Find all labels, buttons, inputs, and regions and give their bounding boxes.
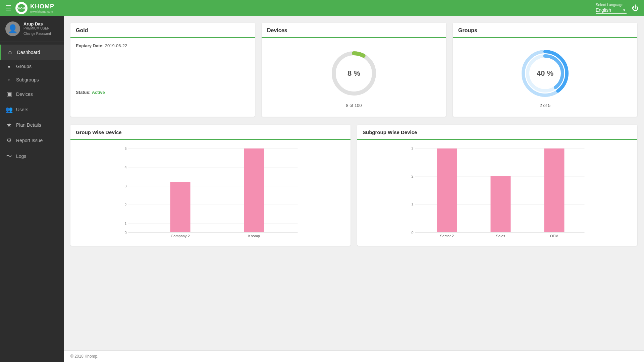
dashboard-icon: ⌂ bbox=[6, 49, 14, 56]
devices-donut-container: 8 % 8 of 100 bbox=[267, 43, 441, 111]
status-label: Status: bbox=[76, 90, 91, 95]
change-password-link[interactable]: Change Password bbox=[23, 32, 51, 36]
hamburger-icon[interactable]: ☰ bbox=[5, 4, 11, 12]
avatar-icon: 👤 bbox=[8, 24, 18, 34]
bar-khomp bbox=[244, 148, 264, 232]
svg-text:0: 0 bbox=[124, 231, 126, 235]
lang-wrapper: English Portuguese Spanish bbox=[596, 7, 627, 14]
svg-text:4: 4 bbox=[124, 165, 126, 169]
svg-text:Khomp: Khomp bbox=[248, 234, 260, 238]
group-wise-chart-card: Group Wise Device 5 4 3 2 1 0 bbox=[70, 125, 351, 246]
gold-card-title: Gold bbox=[76, 27, 88, 33]
logo-name: KHOMP bbox=[30, 3, 54, 10]
expiry-date: Expiary Date: 2019-06-22 bbox=[76, 43, 250, 48]
plan-details-icon: ★ bbox=[5, 121, 13, 129]
subgroup-wise-chart-body: 3 2 1 0 Sector 2 bbox=[357, 140, 637, 246]
gold-card-body: Expiary Date: 2019-06-22 Status: Active bbox=[70, 38, 255, 100]
sidebar-item-users[interactable]: 👥 Users bbox=[0, 102, 64, 117]
bar-oem bbox=[544, 148, 565, 232]
svg-text:5: 5 bbox=[124, 146, 126, 150]
logo-sub: www.khomp.com bbox=[30, 10, 54, 13]
topbar-left: ☰ KHOMP KHOMP www.khomp.com bbox=[5, 2, 54, 14]
power-button[interactable]: ⏻ bbox=[632, 4, 639, 12]
khomp-logo-icon: KHOMP bbox=[17, 3, 26, 13]
sidebar-item-logs[interactable]: 〜 Logs bbox=[0, 148, 64, 164]
devices-card-title: Devices bbox=[267, 27, 287, 33]
footer: © 2018 Khomp. bbox=[64, 350, 644, 362]
language-selector[interactable]: Select Language English Portuguese Spani… bbox=[596, 3, 627, 14]
sidebar-label-logs: Logs bbox=[16, 154, 26, 159]
language-dropdown[interactable]: English Portuguese Spanish bbox=[596, 7, 627, 14]
user-role: PREMIUM USER bbox=[23, 26, 51, 30]
subgroup-wise-chart-card: Subgroup Wise Device 3 2 1 0 bbox=[357, 125, 637, 246]
bar-sales bbox=[491, 176, 511, 232]
footer-text: © 2018 Khomp. bbox=[70, 354, 99, 359]
topbar-right: Select Language English Portuguese Spani… bbox=[596, 3, 639, 14]
users-icon: 👥 bbox=[5, 106, 13, 113]
sidebar-label-subgroups: Subgroups bbox=[16, 77, 39, 82]
groups-donut-container: 40 % 2 of 5 bbox=[458, 43, 632, 111]
devices-card-body: 8 % 8 of 100 bbox=[262, 38, 446, 117]
group-wise-chart-body: 5 4 3 2 1 0 bbox=[70, 140, 351, 246]
devices-donut-wrapper: 8 % bbox=[327, 47, 381, 100]
sidebar-item-subgroups[interactable]: ○ Subgroups bbox=[0, 73, 64, 86]
groups-card: Groups bbox=[453, 23, 637, 117]
sidebar-item-groups[interactable]: ● Groups bbox=[0, 60, 64, 73]
logo-text-block: KHOMP www.khomp.com bbox=[30, 3, 54, 13]
subgroups-icon: ○ bbox=[5, 77, 13, 82]
svg-text:Company 2: Company 2 bbox=[171, 234, 190, 238]
charts-row: Group Wise Device 5 4 3 2 1 0 bbox=[70, 125, 637, 246]
group-wise-chart-header: Group Wise Device bbox=[70, 125, 351, 140]
svg-text:1: 1 bbox=[124, 222, 126, 226]
user-name: Arup Das bbox=[23, 21, 51, 26]
devices-count-label: 8 of 100 bbox=[346, 103, 362, 108]
group-wise-chart-title: Group Wise Device bbox=[76, 129, 122, 135]
groups-card-title: Groups bbox=[458, 27, 477, 33]
sidebar-label-plan-details: Plan Details bbox=[16, 122, 41, 128]
user-info: Arup Das PREMIUM USER Change Password bbox=[23, 21, 51, 36]
report-issue-icon: ⚙ bbox=[5, 137, 13, 144]
devices-card: Devices 8 % bbox=[262, 23, 446, 117]
svg-text:1: 1 bbox=[411, 202, 413, 206]
sidebar-item-plan-details[interactable]: ★ Plan Details bbox=[0, 117, 64, 133]
devices-icon: ▣ bbox=[5, 90, 13, 98]
devices-card-header: Devices bbox=[262, 23, 446, 38]
groups-donut-wrapper: 40 % bbox=[518, 47, 572, 100]
group-wise-bar-chart: 5 4 3 2 1 0 bbox=[76, 145, 345, 239]
layout: 👤 Arup Das PREMIUM USER Change Password … bbox=[0, 16, 644, 362]
gold-card-header: Gold bbox=[70, 23, 255, 38]
sidebar-label-groups: Groups bbox=[16, 64, 32, 69]
groups-card-body: 40 % 2 of 5 bbox=[453, 38, 637, 117]
sidebar-label-report-issue: Report Issue bbox=[16, 138, 43, 143]
sidebar-item-dashboard[interactable]: ⌂ Dashboard bbox=[0, 45, 64, 60]
topbar: ☰ KHOMP KHOMP www.khomp.com Select Langu… bbox=[0, 0, 644, 16]
user-section: 👤 Arup Das PREMIUM USER Change Password bbox=[0, 16, 64, 42]
logo-circle: KHOMP bbox=[15, 2, 28, 14]
logs-icon: 〜 bbox=[5, 152, 13, 160]
subgroup-wise-chart-title: Subgroup Wise Device bbox=[363, 129, 417, 135]
main-wrapper: Gold Expiary Date: 2019-06-22 Status: Ac… bbox=[64, 16, 644, 362]
lang-label: Select Language bbox=[596, 3, 627, 7]
nav-items: ⌂ Dashboard ● Groups ○ Subgroups ▣ Devic… bbox=[0, 42, 64, 362]
sidebar-label-dashboard: Dashboard bbox=[17, 50, 40, 55]
sidebar-item-devices[interactable]: ▣ Devices bbox=[0, 86, 64, 102]
devices-percent-text: 8 % bbox=[347, 69, 360, 78]
expiry-label: Expiary Date: bbox=[76, 43, 104, 48]
sidebar-item-report-issue[interactable]: ⚙ Report Issue bbox=[0, 133, 64, 148]
groups-card-header: Groups bbox=[453, 23, 637, 38]
avatar: 👤 bbox=[5, 21, 20, 36]
svg-text:OEM: OEM bbox=[550, 234, 558, 238]
groups-icon: ● bbox=[5, 64, 13, 69]
cards-row: Gold Expiary Date: 2019-06-22 Status: Ac… bbox=[70, 23, 637, 117]
groups-percent-text: 40 % bbox=[537, 69, 553, 78]
status-line: Status: Active bbox=[76, 90, 250, 95]
svg-text:2: 2 bbox=[124, 203, 126, 207]
svg-text:3: 3 bbox=[124, 184, 126, 188]
svg-text:0: 0 bbox=[411, 231, 413, 235]
main-content: Gold Expiary Date: 2019-06-22 Status: Ac… bbox=[64, 16, 644, 350]
svg-text:Sector 2: Sector 2 bbox=[440, 234, 454, 238]
sidebar-label-users: Users bbox=[16, 107, 29, 112]
status-value: Active bbox=[92, 90, 105, 95]
sidebar-label-devices: Devices bbox=[16, 92, 33, 97]
sidebar: 👤 Arup Das PREMIUM USER Change Password … bbox=[0, 16, 64, 362]
